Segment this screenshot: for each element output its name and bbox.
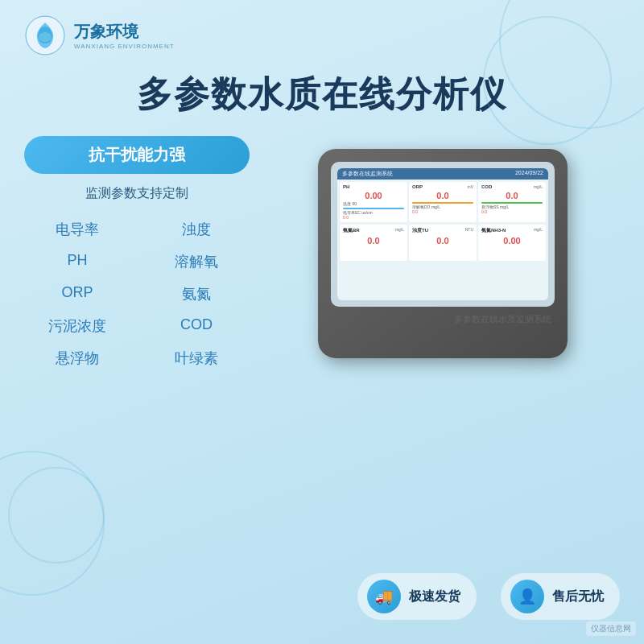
device: 多参数在线监测系统 2024/09/22 PH 0.00 — [318, 149, 568, 358]
param-do: 溶解氧 — [143, 249, 250, 275]
deco-circle-2 — [483, 16, 612, 145]
screen-row2: 氨氮BR mg/L 0.0 浊度TU NTU 0.0 — [337, 225, 548, 263]
aftersale-text: 售后无忧 — [552, 588, 604, 605]
logo-chinese: 万象环境 — [74, 21, 175, 43]
device-body: 多参数在线监测系统 2024/09/22 PH 0.00 — [318, 149, 568, 358]
fast-delivery-item: 🚚 极速发货 — [357, 573, 477, 620]
param-conductivity: 电导率 — [24, 217, 130, 242]
param-sludge: 污泥浓度 — [24, 313, 130, 339]
device-label: 多参数在线水质监测系统 — [331, 313, 555, 325]
aftersale-icon: 👤 — [510, 580, 544, 613]
param-ammonia: 氨氮 — [143, 281, 250, 307]
params-grid: 电导率 浊度 PH 溶解氧 ORP 氨氮 污泥浓度 COD 悬浮物 叶绿素 — [24, 217, 250, 371]
screen-content: 多参数在线监测系统 2024/09/22 PH 0.00 — [337, 168, 548, 300]
highlight-badge: 抗干扰能力强 — [24, 136, 250, 174]
cell-turbidity: 氨氮BR mg/L 0.0 — [340, 225, 407, 261]
screen-date: 2024/09/22 — [515, 170, 543, 178]
param-suspended: 悬浮物 — [24, 345, 130, 371]
svg-point-1 — [39, 32, 52, 42]
cell-orp: ORP mV 0.0 溶解氧DO mg/L 0.0 — [409, 182, 477, 222]
screen-title: 多参数在线监测系统 — [342, 170, 393, 178]
cell-ph: PH 0.00 温度 00 电导率EC us/cm 0.0 — [340, 182, 407, 222]
delivery-text: 极速发货 — [409, 588, 460, 605]
cell-cod: COD mg/L 0.0 悬浮物SS mg/L 0.0 — [478, 182, 546, 222]
after-sale-item: 👤 售后无忧 — [501, 573, 620, 620]
param-cod: COD — [143, 313, 250, 339]
cell-nh3n: 氨氮NH3-N mg/L 0.00 — [478, 225, 546, 261]
right-panel: 多参数在线监测系统 2024/09/22 PH 0.00 — [266, 136, 620, 371]
delivery-icon: 🚚 — [367, 580, 401, 613]
param-ph: PH — [24, 249, 130, 275]
logo-icon — [24, 14, 66, 56]
param-chlorophyll: 叶绿素 — [143, 345, 250, 371]
screen-row1: PH 0.00 温度 00 电导率EC us/cm 0.0 — [337, 180, 548, 225]
left-panel: 抗干扰能力强 监测参数支持定制 电导率 浊度 PH 溶解氧 ORP 氨氮 污泥浓… — [24, 136, 250, 371]
param-orp: ORP — [24, 281, 130, 307]
logo-english: WANXIANG ENVIRONMENT — [74, 43, 175, 50]
screen-header: 多参数在线监测系统 2024/09/22 — [337, 168, 548, 180]
watermark: 仪器信息网 — [586, 621, 636, 636]
bottom-bar: 🚚 极速发货 👤 售后无忧 — [357, 573, 620, 620]
param-turbidity: 浊度 — [143, 217, 250, 242]
sub-text: 监测参数支持定制 — [24, 185, 250, 202]
logo-text: 万象环境 WANXIANG ENVIRONMENT — [74, 21, 175, 50]
content-area: 抗干扰能力强 监测参数支持定制 电导率 浊度 PH 溶解氧 ORP 氨氮 污泥浓… — [0, 136, 644, 371]
cell-turbidity2: 浊度TU NTU 0.0 — [409, 225, 477, 261]
logo: 万象环境 WANXIANG ENVIRONMENT — [24, 14, 175, 56]
device-screen-area: 多参数在线监测系统 2024/09/22 PH 0.00 — [331, 162, 555, 307]
deco-circle-4 — [8, 467, 105, 564]
